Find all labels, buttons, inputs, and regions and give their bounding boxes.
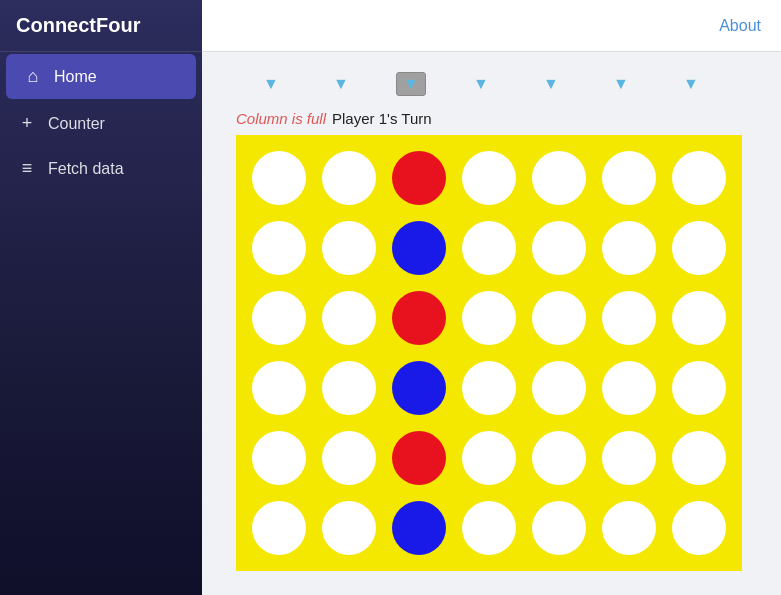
column-arrow-3[interactable]: ▼	[446, 69, 516, 99]
column-full-message: Column is full	[236, 110, 326, 127]
disc-4-0	[252, 431, 306, 485]
cell-3-3	[454, 353, 524, 423]
cell-0-5	[594, 143, 664, 213]
cell-0-4	[524, 143, 594, 213]
sidebar-item-label-home: Home	[54, 68, 97, 86]
cell-2-1	[314, 283, 384, 353]
cell-4-1	[314, 423, 384, 493]
disc-0-6	[672, 151, 726, 205]
column-arrow-0[interactable]: ▼	[236, 69, 306, 99]
disc-4-5	[602, 431, 656, 485]
sidebar-item-label-fetch-data: Fetch data	[48, 160, 124, 178]
disc-3-2	[392, 361, 446, 415]
disc-4-6	[672, 431, 726, 485]
disc-1-4	[532, 221, 586, 275]
status-row: Column is full Player 1's Turn	[236, 110, 757, 127]
cell-4-5	[594, 423, 664, 493]
counter-icon: +	[16, 113, 38, 134]
nav-menu: ⌂Home+Counter≡Fetch data	[0, 52, 202, 191]
disc-1-2	[392, 221, 446, 275]
about-link[interactable]: About	[719, 17, 761, 35]
disc-2-6	[672, 291, 726, 345]
disc-3-0	[252, 361, 306, 415]
cell-0-3	[454, 143, 524, 213]
disc-3-3	[462, 361, 516, 415]
disc-5-5	[602, 501, 656, 555]
disc-0-1	[322, 151, 376, 205]
cell-4-6	[664, 423, 734, 493]
turn-message: Player 1's Turn	[332, 110, 432, 127]
sidebar-item-counter[interactable]: +Counter	[0, 101, 202, 146]
column-arrow-5[interactable]: ▼	[586, 69, 656, 99]
arrow-icon-1: ▼	[333, 75, 349, 92]
disc-2-4	[532, 291, 586, 345]
disc-0-3	[462, 151, 516, 205]
disc-2-5	[602, 291, 656, 345]
arrow-icon-6: ▼	[683, 75, 699, 92]
cell-3-4	[524, 353, 594, 423]
cell-1-1	[314, 213, 384, 283]
disc-3-5	[602, 361, 656, 415]
cell-1-2	[384, 213, 454, 283]
disc-1-5	[602, 221, 656, 275]
sidebar-item-fetch-data[interactable]: ≡Fetch data	[0, 146, 202, 191]
cell-2-3	[454, 283, 524, 353]
cell-4-4	[524, 423, 594, 493]
cell-5-0	[244, 493, 314, 563]
disc-4-3	[462, 431, 516, 485]
sidebar: ConnectFour ⌂Home+Counter≡Fetch data	[0, 0, 202, 595]
column-arrow-4[interactable]: ▼	[516, 69, 586, 99]
disc-5-3	[462, 501, 516, 555]
disc-3-1	[322, 361, 376, 415]
disc-3-4	[532, 361, 586, 415]
sidebar-item-home[interactable]: ⌂Home	[6, 54, 196, 99]
cell-5-4	[524, 493, 594, 563]
arrow-icon-2: ▼	[403, 75, 419, 92]
column-arrow-6[interactable]: ▼	[656, 69, 726, 99]
cell-2-0	[244, 283, 314, 353]
cell-0-0	[244, 143, 314, 213]
cell-4-3	[454, 423, 524, 493]
disc-2-2	[392, 291, 446, 345]
app-title: ConnectFour	[0, 0, 202, 52]
cell-3-5	[594, 353, 664, 423]
cell-5-1	[314, 493, 384, 563]
cell-0-2	[384, 143, 454, 213]
cell-1-4	[524, 213, 594, 283]
top-bar: About	[202, 0, 781, 52]
disc-4-1	[322, 431, 376, 485]
disc-3-6	[672, 361, 726, 415]
cell-1-3	[454, 213, 524, 283]
cell-4-2	[384, 423, 454, 493]
arrow-row: ▼▼▼▼▼▼▼	[236, 68, 757, 100]
cell-0-1	[314, 143, 384, 213]
arrow-icon-4: ▼	[543, 75, 559, 92]
cell-4-0	[244, 423, 314, 493]
arrow-icon-5: ▼	[613, 75, 629, 92]
disc-0-2	[392, 151, 446, 205]
arrow-icon-3: ▼	[473, 75, 489, 92]
disc-0-5	[602, 151, 656, 205]
cell-5-3	[454, 493, 524, 563]
disc-4-4	[532, 431, 586, 485]
disc-5-0	[252, 501, 306, 555]
cell-3-1	[314, 353, 384, 423]
disc-2-1	[322, 291, 376, 345]
disc-1-3	[462, 221, 516, 275]
cell-5-6	[664, 493, 734, 563]
cell-1-6	[664, 213, 734, 283]
sidebar-item-label-counter: Counter	[48, 115, 105, 133]
home-icon: ⌂	[22, 66, 44, 87]
cell-2-6	[664, 283, 734, 353]
cell-5-2	[384, 493, 454, 563]
disc-1-1	[322, 221, 376, 275]
disc-2-3	[462, 291, 516, 345]
disc-5-4	[532, 501, 586, 555]
cell-1-5	[594, 213, 664, 283]
column-arrow-2[interactable]: ▼	[376, 68, 446, 100]
column-arrow-1[interactable]: ▼	[306, 69, 376, 99]
disc-0-0	[252, 151, 306, 205]
disc-2-0	[252, 291, 306, 345]
cell-3-6	[664, 353, 734, 423]
cell-5-5	[594, 493, 664, 563]
